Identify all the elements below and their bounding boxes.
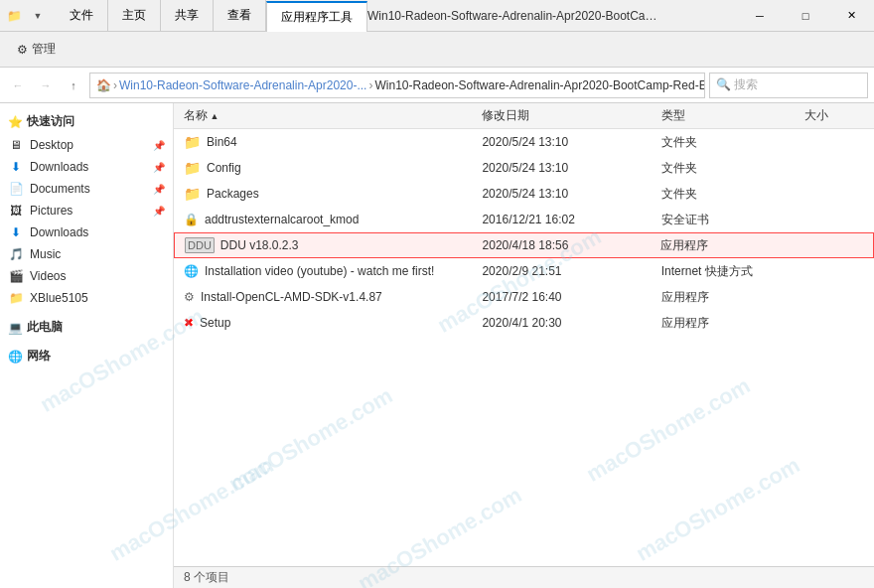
sidebar-item-downloads[interactable]: ⬇ Downloads [0, 221, 173, 243]
downloads-icon-1: ⬇ [8, 159, 24, 175]
sidebar-item-downloads-pinned[interactable]: ⬇ Downloads 📌 [0, 156, 173, 178]
maximize-button[interactable]: □ [783, 0, 828, 31]
quick-access-btn: ▼ [26, 4, 50, 28]
documents-icon: 📄 [8, 181, 24, 197]
app-icon-opencl: ⚙ [184, 290, 195, 304]
title-bar-left: 📁 ▼ [0, 4, 56, 28]
col-header-type[interactable]: 类型 [661, 107, 804, 124]
table-row[interactable]: 🔒 addtrustexternalcaroot_kmod 2016/12/21… [174, 207, 874, 232]
sidebar-header-thispc[interactable]: 💻 此电脑 [0, 315, 173, 340]
minimize-button[interactable]: ─ [737, 0, 783, 31]
app-icon: 📁 [6, 8, 22, 24]
close-button[interactable]: ✕ [828, 0, 874, 31]
app-icon-setup: ✖ [184, 316, 194, 330]
col-header-name[interactable]: 名称 [184, 107, 482, 124]
file-name-cell: 📁 Config [184, 160, 482, 176]
search-box[interactable]: 🔍 搜索 [709, 73, 868, 98]
sidebar-item-music[interactable]: 🎵 Music [0, 243, 173, 265]
status-bar: 8 个项目 [174, 566, 874, 588]
file-name-cell: 🌐 Installation video (youtube) - watch m… [184, 264, 482, 278]
ribbon: ⚙ 管理 [0, 32, 874, 68]
file-name-cell: 🔒 addtrustexternalcaroot_kmod [184, 213, 482, 226]
table-row[interactable]: ✖ Setup 2020/4/1 20:30 应用程序 [174, 310, 874, 336]
tab-home[interactable]: 主页 [108, 0, 161, 31]
column-headers: 名称 修改日期 类型 大小 [174, 103, 874, 129]
cert-icon: 🔒 [184, 213, 199, 226]
tab-view[interactable]: 查看 [214, 0, 266, 31]
table-row[interactable]: 📁 Config 2020/5/24 13:10 文件夹 [174, 155, 874, 181]
tab-share[interactable]: 共享 [161, 0, 214, 31]
videos-icon: 🎬 [8, 268, 24, 284]
sidebar-item-desktop[interactable]: 🖥 Desktop 📌 [0, 134, 173, 156]
col-header-date[interactable]: 修改日期 [482, 107, 660, 124]
downloads-icon-2: ⬇ [8, 224, 24, 240]
sidebar-item-xblue5105[interactable]: 📁 XBlue5105 [0, 287, 173, 309]
desktop-icon: 🖥 [8, 137, 24, 153]
ribbon-manage[interactable]: ⚙ 管理 [8, 36, 65, 63]
path-part-3[interactable]: Win10-Radeon-Software-Adrenalin-Apr2020-… [374, 78, 705, 92]
path-part-1[interactable]: 🏠 [96, 78, 111, 92]
title-bar: 📁 ▼ 文件 主页 共享 查看 应用程序工具 Win10-Radeon-Soft… [0, 0, 874, 32]
ribbon-tabs: 文件 主页 共享 查看 应用程序工具 [56, 0, 367, 31]
window-title: Win10-Radeon-Software-Adrenalin-Apr2020-… [367, 9, 737, 23]
path-part-2[interactable]: Win10-Radeon-Software-Adrenalin-Apr2020-… [119, 78, 366, 92]
sidebar-header-quickaccess[interactable]: ⭐ 快速访问 [0, 109, 173, 134]
file-name-cell: DDU DDU v18.0.2.3 [185, 237, 483, 253]
file-name-cell: ⚙ Install-OpenCL-AMD-SDK-v1.4.87 [184, 290, 482, 304]
link-icon: 🌐 [184, 264, 199, 278]
table-row[interactable]: DDU DDU v18.0.2.3 2020/4/18 18:56 应用程序 [174, 232, 874, 258]
tab-file[interactable]: 文件 [56, 0, 108, 31]
forward-button[interactable]: → [34, 74, 58, 97]
ddu-icon: DDU [185, 237, 215, 253]
table-row[interactable]: 🌐 Installation video (youtube) - watch m… [174, 258, 874, 284]
file-name-cell: 📁 Packages [184, 186, 482, 202]
address-bar: ← → ↑ 🏠 › Win10-Radeon-Software-Adrenali… [0, 68, 874, 103]
music-icon: 🎵 [8, 246, 24, 262]
table-row[interactable]: ⚙ Install-OpenCL-AMD-SDK-v1.4.87 2017/7/… [174, 284, 874, 310]
sidebar-item-pictures[interactable]: 🖼 Pictures 📌 [0, 200, 173, 221]
folder-icon: 📁 [184, 134, 201, 150]
file-content: 名称 修改日期 类型 大小 📁 Bin64 2020/5/24 13:10 文件… [174, 103, 874, 588]
tab-app-tools[interactable]: 应用程序工具 [266, 1, 367, 32]
folder-icon: 📁 [184, 186, 201, 202]
col-header-size[interactable]: 大小 [804, 107, 864, 124]
main-layout: ⭐ 快速访问 🖥 Desktop 📌 ⬇ Downloads 📌 📄 Docum… [0, 103, 874, 588]
pictures-icon: 🖼 [8, 203, 24, 219]
sidebar-header-network[interactable]: 🌐 网络 [0, 344, 173, 368]
file-list: 📁 Bin64 2020/5/24 13:10 文件夹 📁 Config 202… [174, 129, 874, 566]
sidebar-item-documents[interactable]: 📄 Documents 📌 [0, 178, 173, 200]
folder-icon: 📁 [184, 160, 201, 176]
back-button[interactable]: ← [6, 74, 30, 97]
sidebar-item-videos[interactable]: 🎬 Videos [0, 265, 173, 287]
file-name-cell: 📁 Bin64 [184, 134, 482, 150]
window-controls: ─ □ ✕ [737, 0, 874, 31]
address-path[interactable]: 🏠 › Win10-Radeon-Software-Adrenalin-Apr2… [89, 73, 705, 98]
folder-icon-xblue: 📁 [8, 290, 24, 306]
table-row[interactable]: 📁 Packages 2020/5/24 13:10 文件夹 [174, 181, 874, 207]
up-button[interactable]: ↑ [62, 74, 85, 97]
file-name-cell: ✖ Setup [184, 316, 482, 330]
table-row[interactable]: 📁 Bin64 2020/5/24 13:10 文件夹 [174, 129, 874, 155]
sidebar: ⭐ 快速访问 🖥 Desktop 📌 ⬇ Downloads 📌 📄 Docum… [0, 103, 174, 588]
